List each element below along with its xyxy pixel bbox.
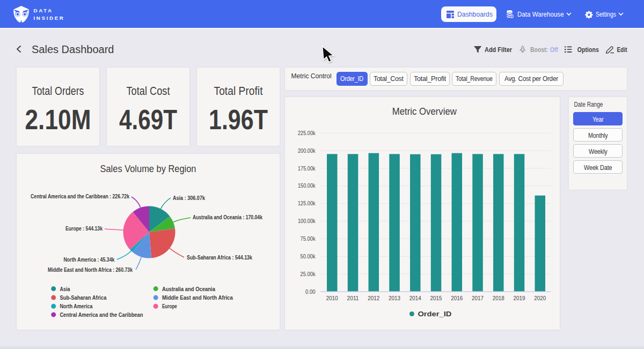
svg-text:Central America and the Caribb: Central America and the Caribbean : 226.… bbox=[31, 193, 129, 199]
svg-text:Total_Revenue: Total_Revenue bbox=[456, 75, 493, 83]
svg-text:2016: 2016 bbox=[451, 295, 463, 301]
svg-text:Metric Control: Metric Control bbox=[291, 72, 332, 80]
svg-text:Monthly: Monthly bbox=[588, 131, 608, 139]
svg-text:Central America and the Caribb: Central America and the Caribbean bbox=[60, 311, 143, 318]
svg-text:Europe: Europe bbox=[162, 303, 177, 309]
svg-text:Order_ID: Order_ID bbox=[418, 310, 451, 318]
svg-text:Total Profit: Total Profit bbox=[214, 85, 263, 98]
svg-text:Asia : 306.07k: Asia : 306.07k bbox=[173, 195, 205, 201]
svg-text:0.00: 0.00 bbox=[305, 288, 316, 295]
svg-text:4.69T: 4.69T bbox=[119, 105, 177, 135]
svg-text:Australia and Oceania: Australia and Oceania bbox=[162, 286, 215, 292]
svg-text:125.00k: 125.00k bbox=[298, 200, 316, 206]
svg-text:Sub-Saharan Africa : 544.13k: Sub-Saharan Africa : 544.13k bbox=[187, 254, 252, 261]
svg-text:Europe : 544.13k: Europe : 544.13k bbox=[65, 225, 103, 232]
svg-text:Settings: Settings bbox=[596, 10, 616, 18]
svg-text:2018: 2018 bbox=[493, 295, 504, 301]
svg-text:Dashboards: Dashboards bbox=[457, 10, 493, 18]
svg-text:Total_Cost: Total_Cost bbox=[374, 75, 404, 83]
svg-text:Off: Off bbox=[550, 46, 559, 54]
svg-text:Avg. Cost per Order: Avg. Cost per Order bbox=[504, 75, 558, 83]
svg-text:Date Range: Date Range bbox=[574, 100, 603, 108]
svg-text:2020: 2020 bbox=[534, 295, 546, 301]
svg-text:2014: 2014 bbox=[409, 295, 421, 301]
svg-text:2.10M: 2.10M bbox=[25, 105, 91, 135]
svg-text:225.00k: 225.00k bbox=[298, 130, 316, 136]
svg-text:Add Filter: Add Filter bbox=[485, 46, 512, 54]
svg-text:200.00k: 200.00k bbox=[298, 147, 316, 154]
svg-text:Australia and Oceania : 170.04: Australia and Oceania : 170.04k bbox=[193, 214, 262, 220]
svg-text:Metric Overview: Metric Overview bbox=[392, 106, 457, 117]
svg-text:2013: 2013 bbox=[389, 295, 400, 301]
svg-text:150.00k: 150.00k bbox=[298, 182, 316, 189]
svg-text:Data Warehouse: Data Warehouse bbox=[517, 10, 564, 18]
svg-text:Middle East and North Africa :: Middle East and North Africa : 260.73k bbox=[48, 266, 133, 273]
svg-text:175.00k: 175.00k bbox=[298, 165, 316, 172]
svg-text:Boost:: Boost: bbox=[530, 46, 548, 54]
svg-text:50.00k: 50.00k bbox=[301, 253, 316, 259]
svg-text:2017: 2017 bbox=[472, 295, 484, 301]
svg-text:Total Cost: Total Cost bbox=[127, 85, 170, 98]
svg-text:75.00k: 75.00k bbox=[301, 235, 316, 242]
svg-text:Total Orders: Total Orders bbox=[32, 85, 84, 98]
svg-text:Options: Options bbox=[577, 46, 599, 54]
svg-text:2019: 2019 bbox=[514, 295, 525, 301]
svg-text:2012: 2012 bbox=[368, 295, 379, 301]
svg-text:Middle East and North Africa: Middle East and North Africa bbox=[162, 294, 233, 301]
svg-text:25.00k: 25.00k bbox=[301, 271, 316, 277]
svg-text:2011: 2011 bbox=[347, 295, 359, 301]
svg-text:1.96T: 1.96T bbox=[209, 105, 268, 135]
svg-text:100.00k: 100.00k bbox=[298, 218, 316, 224]
svg-text:2015: 2015 bbox=[430, 295, 442, 301]
svg-text:Sales Volume by Region: Sales Volume by Region bbox=[100, 163, 196, 174]
svg-text:Total_Profit: Total_Profit bbox=[414, 75, 446, 83]
svg-text:Weekly: Weekly bbox=[589, 147, 608, 155]
svg-text:Edit: Edit bbox=[617, 46, 628, 54]
svg-text:2010: 2010 bbox=[326, 295, 338, 301]
svg-text:Asia: Asia bbox=[60, 286, 70, 292]
svg-text:North America: North America bbox=[60, 303, 92, 309]
svg-text:Week Date: Week Date bbox=[584, 163, 612, 171]
svg-text:North America : 45.34k: North America : 45.34k bbox=[64, 256, 115, 263]
svg-text:Order_ID: Order_ID bbox=[340, 75, 363, 83]
svg-text:Year: Year bbox=[592, 115, 604, 123]
svg-text:Sub-Saharan Africa: Sub-Saharan Africa bbox=[60, 294, 106, 301]
